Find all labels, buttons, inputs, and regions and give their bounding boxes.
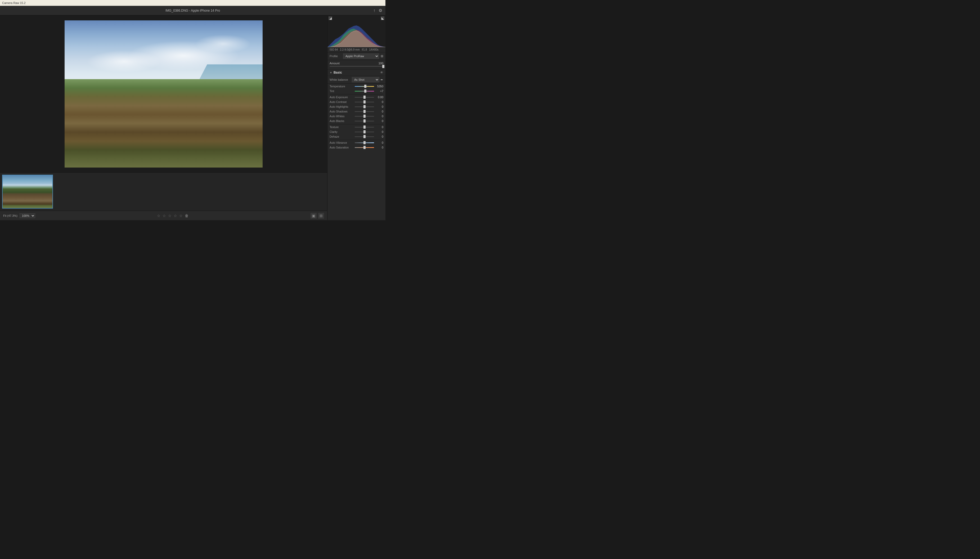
tint-track[interactable]	[355, 91, 374, 92]
profile-row: Profile Apple ProRaw Adobe Color Adobe L…	[327, 52, 385, 60]
lens-value: 2.2-9.0@6.9 mm	[340, 48, 360, 51]
auto-shadows-slider[interactable]	[355, 110, 374, 113]
profile-label: Profile	[330, 55, 342, 58]
auto-shadows-row: Auto Shadows 0	[330, 110, 383, 113]
dehaze-slider[interactable]	[355, 136, 374, 138]
basic-section-header[interactable]: ▼ Basic 👁	[327, 69, 385, 76]
fit-label: Fit (47.3%)	[3, 214, 18, 217]
star-4[interactable]: ☆	[174, 213, 177, 218]
auto-saturation-thumb[interactable]	[364, 146, 365, 149]
amount-slider-track[interactable]	[330, 66, 383, 67]
filmstrip-thumbnail[interactable]	[2, 175, 53, 208]
app-name: Camera Raw 15.2	[2, 1, 26, 5]
single-view-icon[interactable]: ▣	[311, 213, 317, 218]
amount-section: Amount 100	[327, 60, 385, 69]
basic-eye-icon[interactable]: 👁	[380, 71, 383, 74]
temperature-value: 5350	[374, 85, 383, 88]
temperature-slider[interactable]	[355, 85, 374, 88]
eyedropper-icon[interactable]: ✒	[380, 78, 383, 82]
star-3[interactable]: ☆	[168, 213, 172, 218]
profile-grid-icon[interactable]: ⊞	[381, 54, 383, 58]
tint-thumb[interactable]	[364, 89, 366, 93]
main-image	[64, 20, 263, 167]
histogram-shadows-btn[interactable]: ◢	[329, 17, 332, 20]
profile-select[interactable]: Apple ProRaw Adobe Color Adobe Landscape…	[343, 53, 379, 59]
texture-thumb[interactable]	[364, 126, 365, 129]
amount-value: 100	[378, 62, 383, 65]
settings-icon[interactable]: ⚙	[378, 8, 382, 13]
temperature-track[interactable]	[355, 86, 374, 87]
histogram-highlights-btn[interactable]: ◣	[381, 17, 384, 20]
histogram-chart	[327, 15, 385, 47]
texture-track[interactable]	[355, 127, 374, 127]
zoom-controls: Fit (47.3%) 100% 50% Fit Fill	[3, 213, 35, 218]
canvas-area: Fit (47.3%) 100% 50% Fit Fill ☆ ☆ ☆ ☆ ☆ …	[0, 15, 327, 220]
tint-slider[interactable]	[355, 90, 374, 93]
auto-blacks-thumb[interactable]	[364, 119, 365, 122]
image-container[interactable]	[0, 15, 327, 172]
auto-exposure-thumb[interactable]	[364, 96, 365, 99]
aperture-value: f/1.8	[362, 48, 367, 51]
divider-3	[330, 140, 383, 140]
clarity-track[interactable]	[355, 132, 374, 132]
auto-shadows-thumb[interactable]	[364, 110, 365, 113]
tint-row: Tint +7	[330, 89, 383, 93]
delete-icon[interactable]: 🗑	[185, 213, 188, 218]
divider-1	[330, 94, 383, 94]
auto-whites-thumb[interactable]	[364, 115, 365, 118]
wb-select[interactable]: As Shot Auto Daylight Cloudy Shade Tungs…	[352, 77, 379, 82]
amount-label: Amount	[330, 62, 340, 65]
texture-slider[interactable]	[355, 126, 374, 128]
auto-blacks-track[interactable]	[355, 121, 374, 121]
star-2[interactable]: ☆	[162, 213, 166, 218]
auto-highlights-track[interactable]	[355, 106, 374, 107]
star-1[interactable]: ☆	[157, 213, 160, 218]
dehaze-thumb[interactable]	[364, 135, 365, 138]
auto-contrast-row: Auto Contrast 0	[330, 100, 383, 104]
dehaze-track[interactable]	[355, 136, 374, 137]
auto-blacks-label: Auto Blacks	[330, 119, 355, 122]
auto-whites-track[interactable]	[355, 116, 374, 117]
compare-view-icon[interactable]: ⊞	[318, 213, 324, 218]
auto-shadows-track[interactable]	[355, 111, 374, 112]
auto-vibrance-thumb[interactable]	[364, 141, 365, 144]
star-5[interactable]: ☆	[179, 213, 183, 218]
auto-contrast-thumb[interactable]	[364, 100, 365, 104]
clarity-row: Clarity 0	[330, 130, 383, 133]
auto-exposure-track[interactable]	[355, 97, 374, 98]
auto-whites-label: Auto Whites	[330, 115, 355, 118]
auto-contrast-slider[interactable]	[355, 101, 374, 103]
topbar-actions: ↑ ⚙	[373, 8, 382, 13]
auto-highlights-value: 0	[374, 105, 383, 108]
export-icon[interactable]: ↑	[373, 8, 375, 13]
zoom-select[interactable]: 100% 50% Fit Fill	[20, 213, 35, 218]
auto-blacks-slider[interactable]	[355, 120, 374, 122]
auto-saturation-slider[interactable]	[355, 146, 374, 149]
temperature-thumb[interactable]	[364, 85, 366, 88]
auto-saturation-track[interactable]	[355, 147, 374, 148]
auto-vibrance-value: 0	[374, 141, 383, 144]
texture-label: Texture	[330, 126, 355, 129]
auto-vibrance-label: Auto Vibrance	[330, 141, 355, 144]
topbar: IMG_0386.DNG - Apple iPhone 14 Pro ↑ ⚙	[0, 6, 385, 15]
auto-highlights-thumb[interactable]	[364, 105, 365, 108]
auto-contrast-track[interactable]	[355, 102, 374, 103]
auto-whites-slider[interactable]	[355, 115, 374, 117]
amount-slider-thumb[interactable]	[382, 65, 384, 68]
auto-highlights-slider[interactable]	[355, 106, 374, 108]
rating-controls: ☆ ☆ ☆ ☆ ☆ 🗑	[157, 213, 188, 218]
auto-exposure-row: Auto Exposure 0.00	[330, 96, 383, 99]
clarity-thumb[interactable]	[364, 130, 365, 133]
auto-vibrance-track[interactable]	[355, 142, 374, 143]
clarity-slider[interactable]	[355, 131, 374, 133]
auto-vibrance-slider[interactable]	[355, 142, 374, 144]
auto-highlights-label: Auto Highlights	[330, 105, 355, 108]
auto-exposure-slider[interactable]	[355, 96, 374, 98]
auto-shadows-label: Auto Shadows	[330, 110, 355, 113]
bottombar: Fit (47.3%) 100% 50% Fit Fill ☆ ☆ ☆ ☆ ☆ …	[0, 211, 327, 220]
auto-whites-row: Auto Whites 0	[330, 115, 383, 118]
temperature-label: Temperature	[330, 85, 355, 88]
wb-label: White balance	[330, 78, 351, 81]
camera-info: ISO 64 2.2-9.0@6.9 mm f/1.8 1/6400s	[327, 47, 385, 52]
auto-contrast-value: 0	[374, 100, 383, 104]
